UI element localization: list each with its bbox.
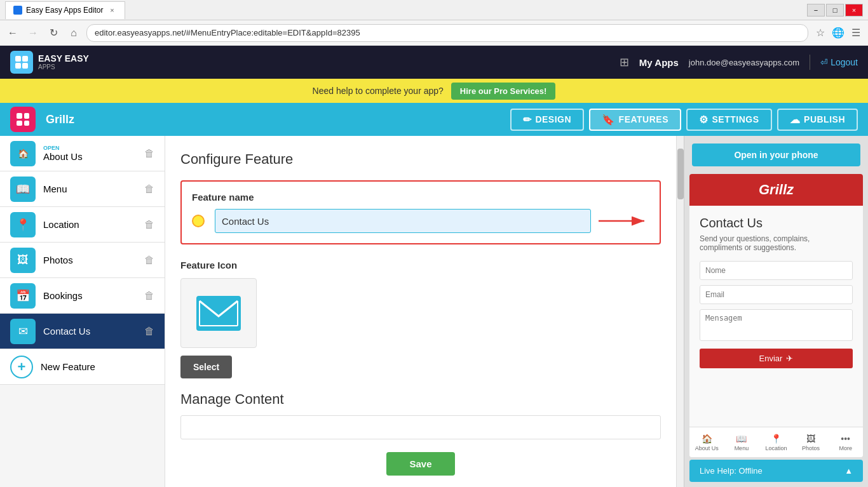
window-controls: − □ × (807, 4, 863, 17)
phone-submit-button[interactable]: Enviar ✈ (700, 349, 853, 368)
manage-content-section: Manage Content (180, 391, 661, 439)
contact-us-icon: ✉ (10, 319, 36, 344)
scrollbar[interactable] (676, 136, 684, 487)
phone-page-desc: Send your questions, complains, complime… (700, 234, 853, 252)
tab-label: Easy Easy Apps Editor (26, 6, 103, 15)
app-logo (10, 107, 36, 132)
globe-icon[interactable]: 🌐 (831, 26, 845, 40)
sidebar-item-menu[interactable]: 📖 Menu 🗑 (0, 171, 165, 207)
settings-tab[interactable]: ⚙ SETTINGS (686, 109, 772, 131)
sidebar-item-label-menu: Menu (43, 183, 137, 194)
menu-icon: 📖 (10, 177, 36, 202)
menu-icon[interactable]: ☰ (849, 26, 863, 40)
sidebar-item-location[interactable]: 📍 Location 🗑 (0, 207, 165, 243)
forward-button[interactable]: → (25, 25, 41, 41)
design-tab[interactable]: ✏ DESIGN (510, 109, 584, 131)
logo-text: EASY EASY APPS (38, 54, 89, 70)
banner-text: Need help to complete your app? (313, 86, 444, 96)
app-toolbar: Grillz ✏ DESIGN 🔖 FEATURES ⚙ SETTINGS ☁ … (0, 103, 868, 136)
delete-location-button[interactable]: 🗑 (144, 219, 154, 230)
feature-name-label: Feature name (192, 192, 649, 203)
phone-nav-menu-icon: 📖 (736, 434, 747, 444)
tab-favicon (13, 6, 22, 15)
publish-tab[interactable]: ☁ PUBLISH (777, 109, 858, 131)
sidebar-item-label-contact-us: Contact Us (43, 326, 137, 337)
logo-icon (10, 51, 33, 74)
live-help-bar[interactable]: Live Help: Offline ▲ (689, 460, 863, 482)
select-icon-button[interactable]: Select (180, 356, 232, 378)
logout-button[interactable]: ⏎ Logout (820, 57, 858, 67)
bookmark-icon[interactable]: ☆ (813, 26, 827, 40)
phone-bottom-nav: 🏠 About Us 📖 Menu 📍 Location 🖼 Photos ••… (689, 427, 863, 457)
sidebar-item-photos[interactable]: 🖼 Photos 🗑 (0, 243, 165, 278)
publish-icon: ☁ (790, 114, 801, 126)
grid-icon[interactable]: ⊞ (620, 55, 629, 69)
phone-nav-location-icon: 📍 (771, 434, 782, 444)
back-button[interactable]: ← (5, 25, 20, 41)
feature-name-input[interactable] (215, 209, 591, 233)
logo-dot (15, 63, 21, 69)
logo-block: EASY EASY APPS (10, 51, 89, 74)
delete-bookings-button[interactable]: 🗑 (144, 290, 154, 302)
icon-preview-box (180, 278, 257, 348)
sidebar-item-label-photos: Photos (43, 255, 137, 265)
live-help-chevron-icon: ▲ (844, 466, 853, 476)
scrollbar-thumb[interactable] (677, 149, 684, 199)
features-icon: 🔖 (602, 114, 615, 126)
about-us-icon: 🏠 (10, 141, 36, 166)
photos-icon: 🖼 (10, 248, 36, 273)
location-icon: 📍 (10, 212, 36, 237)
myapps-link[interactable]: My Apps (639, 57, 679, 68)
feature-icon-label: Feature Icon (180, 260, 661, 270)
phone-nav-photos-icon: 🖼 (806, 434, 815, 444)
phone-email-field[interactable] (700, 285, 853, 304)
browser-tab[interactable]: Easy Easy Apps Editor × (5, 1, 125, 19)
phone-nav-menu[interactable]: 📖 Menu (724, 434, 759, 451)
sidebar-item-about-us[interactable]: 🏠 OPEN About Us 🗑 (0, 136, 165, 171)
open-in-phone-button[interactable]: Open in your phone (692, 143, 860, 166)
delete-photos-button[interactable]: 🗑 (144, 255, 154, 266)
about-us-open-badge: OPEN (43, 145, 137, 151)
logo-dot (15, 56, 21, 62)
settings-icon: ⚙ (699, 114, 709, 126)
phone-message-field[interactable] (700, 309, 853, 341)
phone-screen: Grillz Contact Us Send your questions, c… (689, 174, 863, 457)
hire-pro-button[interactable]: Hire our Pro Services! (451, 83, 556, 100)
live-help-text: Live Help: Offline (700, 466, 763, 476)
home-button[interactable]: ⌂ (66, 25, 81, 41)
sidebar-item-new-feature[interactable]: + New Feature (0, 349, 165, 385)
send-icon: ✈ (786, 354, 793, 363)
phone-app-name: Grillz (700, 182, 853, 198)
refresh-button[interactable]: ↻ (46, 25, 61, 41)
manage-content-input[interactable] (180, 415, 661, 439)
url-input[interactable] (86, 24, 808, 42)
main-layout: 🏠 OPEN About Us 🗑 📖 Menu 🗑 📍 Location 🗑 … (0, 136, 868, 487)
logo-dot (22, 56, 28, 62)
address-icons: ☆ 🌐 ☰ (813, 26, 863, 40)
phone-name-field[interactable] (700, 261, 853, 280)
feature-name-input-row (192, 209, 649, 233)
maximize-button[interactable]: □ (826, 4, 844, 17)
sidebar-item-label-new-feature: New Feature (41, 361, 154, 372)
phone-nav-photos[interactable]: 🖼 Photos (794, 434, 829, 451)
close-window-button[interactable]: × (845, 4, 863, 17)
minimize-button[interactable]: − (807, 4, 825, 17)
save-button[interactable]: Save (386, 452, 454, 476)
delete-contact-us-button[interactable]: 🗑 (144, 326, 154, 337)
bookings-icon: 📅 (10, 283, 36, 309)
delete-menu-button[interactable]: 🗑 (144, 183, 154, 195)
close-tab-button[interactable]: × (107, 5, 117, 15)
phone-preview-panel: Open in your phone Grillz Contact Us Sen… (684, 136, 868, 487)
phone-nav-location[interactable]: 📍 Location (759, 434, 794, 451)
features-tab[interactable]: 🔖 FEATURES (589, 109, 681, 131)
delete-about-us-button[interactable]: 🗑 (144, 148, 154, 159)
manage-content-title: Manage Content (180, 391, 661, 408)
phone-nav-about-us[interactable]: 🏠 About Us (689, 434, 724, 451)
sidebar-item-bookings[interactable]: 📅 Bookings 🗑 (0, 278, 165, 314)
phone-nav-more[interactable]: ••• More (828, 434, 863, 451)
logout-icon: ⏎ (820, 57, 828, 67)
sidebar-item-contact-us[interactable]: ✉ Contact Us 🗑 (0, 314, 165, 349)
divider (810, 55, 810, 70)
logo-dot (22, 63, 28, 69)
save-button-row: Save (180, 452, 661, 476)
